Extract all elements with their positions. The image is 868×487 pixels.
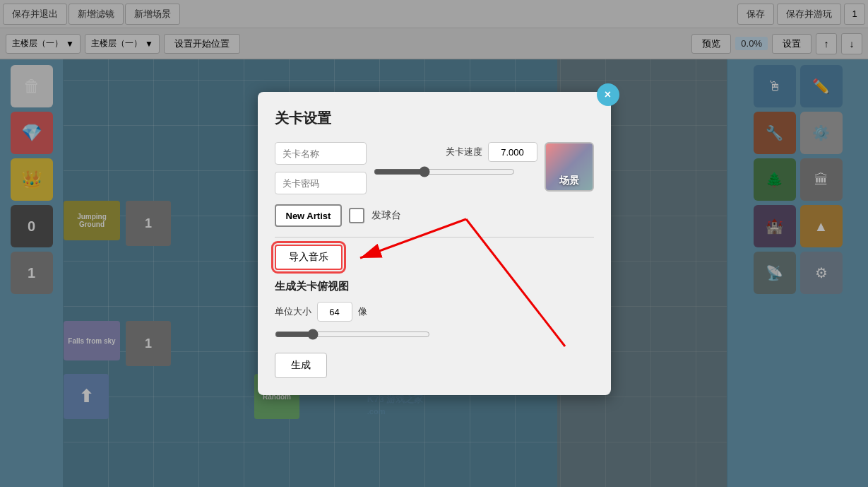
serve-table-checkbox[interactable] bbox=[349, 208, 364, 223]
generate-button[interactable]: 生成 bbox=[275, 353, 327, 378]
new-artist-button[interactable]: New Artist bbox=[275, 204, 343, 227]
generate-row: 生成 bbox=[275, 353, 594, 378]
overview-section-title: 生成关卡俯视图 bbox=[275, 280, 594, 293]
level-password-input[interactable] bbox=[275, 172, 367, 194]
scene-preview[interactable]: 场景 bbox=[545, 142, 594, 192]
unit-slider-container bbox=[275, 329, 430, 343]
speed-slider[interactable] bbox=[374, 166, 515, 177]
level-name-input[interactable] bbox=[275, 142, 367, 165]
modal-title: 关卡设置 bbox=[275, 109, 594, 128]
artist-row: New Artist 发球台 bbox=[275, 204, 594, 227]
unit-suffix: 像 bbox=[358, 305, 367, 318]
level-settings-modal: × 关卡设置 关卡速度 7.000 场景 New Ar bbox=[258, 92, 611, 395]
import-music-button[interactable]: 导入音乐 bbox=[275, 245, 343, 270]
unit-size-row: 单位大小 64 像 bbox=[275, 302, 594, 322]
import-music-row: 导入音乐 bbox=[275, 245, 594, 270]
unit-size-label: 单位大小 bbox=[275, 305, 311, 318]
scene-preview-label: 场景 bbox=[559, 175, 579, 187]
modal-close-button[interactable]: × bbox=[597, 83, 619, 106]
speed-value-input[interactable]: 7.000 bbox=[488, 142, 537, 162]
speed-label: 关卡速度 bbox=[446, 146, 482, 158]
serve-table-label: 发球台 bbox=[371, 209, 401, 222]
modal-overlay[interactable]: × 关卡设置 关卡速度 7.000 场景 New Ar bbox=[0, 0, 868, 487]
unit-size-slider[interactable] bbox=[275, 329, 430, 340]
unit-size-input[interactable]: 64 bbox=[317, 302, 352, 322]
